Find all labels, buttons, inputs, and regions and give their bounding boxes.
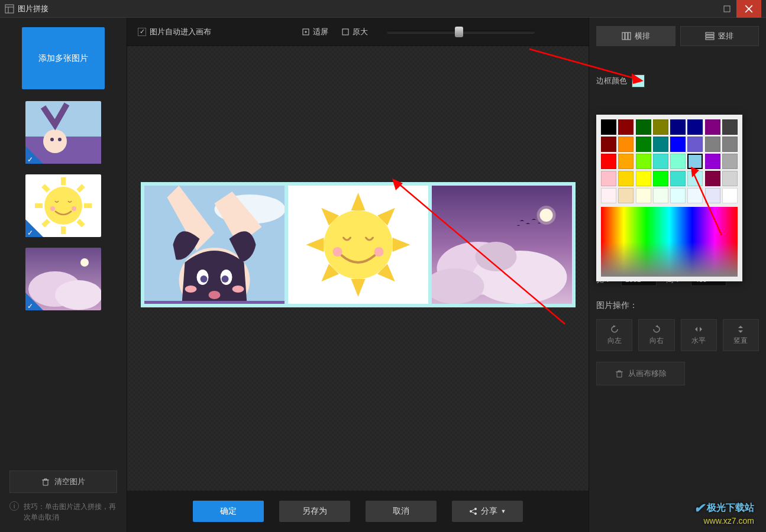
svg-line-65: [471, 512, 474, 514]
maximize-button[interactable]: [717, 0, 736, 18]
layout-horizontal-tab[interactable]: 横排: [596, 26, 675, 46]
window-title: 图片拼接: [18, 4, 717, 14]
flip-vertical-button[interactable]: 竖直: [723, 319, 759, 351]
clear-images-button[interactable]: 清空图片: [9, 471, 117, 493]
right-panel: 横排 竖排 边框颜色 宽： 高： 图片操作： 向左 向右 水平 竖直: [589, 18, 766, 532]
color-swatch-option[interactable]: [722, 137, 738, 152]
svg-marker-76: [738, 326, 743, 328]
svg-rect-3: [724, 6, 730, 12]
fit-screen-button[interactable]: 适屏: [302, 27, 328, 37]
color-swatch-option[interactable]: [653, 171, 668, 186]
trash-icon: [41, 478, 50, 486]
svg-point-49: [324, 210, 392, 279]
svg-point-22: [72, 206, 76, 211]
svg-point-35: [221, 275, 228, 283]
left-sidebar: 添加多张图片 清空图片 i 技巧：单击图片进入拼接，再次单击取消: [0, 18, 127, 532]
svg-point-26: [80, 258, 89, 267]
color-swatch-option[interactable]: [653, 137, 668, 152]
check-icon: [25, 146, 43, 164]
add-images-button[interactable]: 添加多张图片: [22, 27, 105, 89]
svg-point-63: [474, 512, 477, 515]
color-swatch-option[interactable]: [687, 137, 703, 152]
rotate-left-icon: [610, 325, 619, 334]
color-swatch-option[interactable]: [670, 188, 686, 203]
color-swatch-option[interactable]: [722, 119, 738, 135]
svg-point-25: [55, 280, 101, 310]
color-swatch-option[interactable]: [618, 119, 634, 135]
color-swatch-option[interactable]: [670, 137, 686, 152]
color-swatch-option[interactable]: [705, 137, 720, 152]
rotate-right-button[interactable]: 向右: [638, 319, 674, 351]
color-swatch-option[interactable]: [636, 137, 651, 152]
svg-rect-70: [706, 35, 714, 37]
rotate-left-button[interactable]: 向左: [596, 319, 632, 351]
svg-line-59: [398, 183, 565, 324]
columns-icon: [622, 32, 631, 40]
svg-point-37: [185, 286, 196, 293]
color-swatch-option[interactable]: [653, 188, 668, 203]
svg-point-38: [232, 286, 244, 293]
color-swatch-option[interactable]: [636, 171, 651, 186]
svg-point-34: [200, 275, 207, 283]
close-button[interactable]: [736, 0, 761, 18]
color-swatch-option[interactable]: [653, 154, 668, 169]
layout-vertical-tab[interactable]: 竖排: [680, 26, 759, 46]
annotation-arrow: [387, 176, 571, 330]
remove-from-canvas-button[interactable]: 从画布移除: [596, 362, 685, 385]
thumb-2[interactable]: [25, 174, 101, 237]
color-swatch-option[interactable]: [601, 171, 616, 186]
svg-point-21: [50, 206, 55, 211]
svg-marker-79: [632, 73, 644, 84]
ok-button[interactable]: 确定: [193, 501, 264, 522]
thumb-3[interactable]: [25, 248, 101, 310]
svg-line-78: [529, 49, 636, 79]
color-swatch-option[interactable]: [636, 188, 651, 203]
svg-marker-73: [655, 325, 658, 327]
color-swatch-option[interactable]: [636, 154, 651, 169]
color-swatch-option[interactable]: [670, 119, 686, 135]
canvas-area[interactable]: [127, 46, 589, 491]
svg-point-51: [374, 247, 383, 257]
svg-point-8: [43, 129, 67, 153]
fit-icon: [302, 28, 310, 36]
color-swatch-option[interactable]: [618, 137, 634, 152]
flip-horizontal-button[interactable]: 水平: [681, 319, 717, 351]
original-size-button[interactable]: 原大: [341, 27, 368, 37]
svg-point-50: [332, 247, 342, 257]
svg-marker-77: [738, 330, 743, 333]
color-swatch-option[interactable]: [636, 119, 651, 135]
color-swatch-option[interactable]: [670, 171, 686, 186]
auto-canvas-checkbox[interactable]: 图片自动进入画布: [138, 27, 211, 37]
trash-icon: [615, 369, 623, 378]
image-ops-label: 图片操作：: [596, 300, 759, 311]
zoom-thumb[interactable]: [455, 27, 463, 37]
svg-marker-72: [613, 325, 616, 327]
title-bar: 图片拼接: [0, 0, 766, 18]
color-swatch-option[interactable]: [618, 171, 634, 186]
canvas-toolbar: 图片自动进入画布 适屏 原大: [127, 18, 589, 46]
color-swatch-option[interactable]: [601, 154, 616, 169]
color-swatch-option[interactable]: [618, 154, 634, 169]
svg-marker-60: [392, 179, 403, 190]
thumb-1[interactable]: [25, 101, 101, 164]
color-swatch-option[interactable]: [601, 137, 616, 152]
color-swatch-option[interactable]: [601, 188, 616, 203]
share-button[interactable]: 分享 ▼: [452, 501, 523, 522]
flip-h-icon: [694, 325, 703, 334]
svg-line-80: [693, 173, 722, 235]
svg-point-10: [58, 138, 62, 141]
canvas-image-1[interactable]: [144, 186, 285, 304]
svg-rect-28: [342, 29, 348, 35]
svg-point-9: [50, 138, 54, 141]
saveas-button[interactable]: 另存为: [279, 501, 350, 522]
color-swatch-option[interactable]: [618, 188, 634, 203]
color-swatch-option[interactable]: [653, 119, 668, 135]
color-swatch-option[interactable]: [705, 119, 720, 135]
color-swatch-option[interactable]: [687, 119, 703, 135]
svg-point-62: [474, 508, 477, 510]
color-swatch-option[interactable]: [670, 154, 686, 169]
svg-point-12: [44, 187, 82, 225]
zoom-slider[interactable]: [387, 30, 535, 34]
cancel-button[interactable]: 取消: [366, 501, 437, 522]
color-swatch-option[interactable]: [601, 119, 616, 135]
